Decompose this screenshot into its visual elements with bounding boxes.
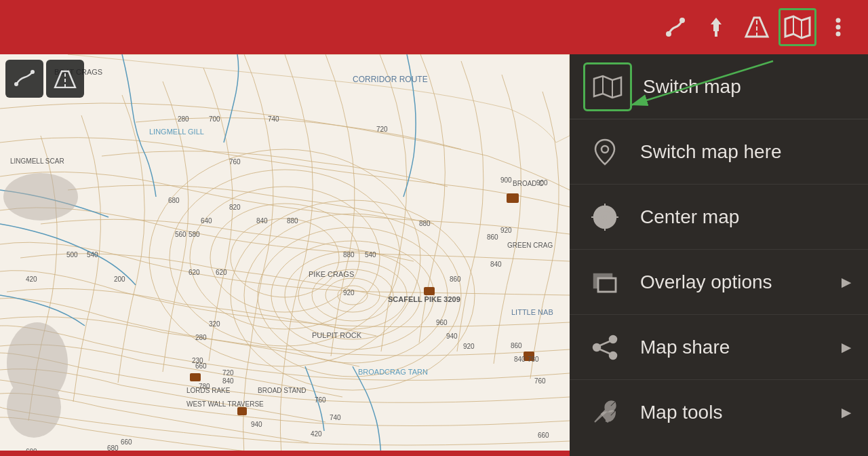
road-overlay-btn[interactable]: [46, 60, 84, 98]
label-broadcrag-tarn: BROADCRAG TARN: [358, 368, 428, 376]
bottom-bar: [0, 451, 570, 456]
road-icon-btn[interactable]: [738, 8, 776, 46]
contour-560: 560: [175, 231, 186, 238]
more-icon-btn[interactable]: [819, 8, 857, 46]
overlay-options-arrow: ►: [838, 273, 854, 292]
label-pulpit: PULPIT ROCK: [312, 331, 361, 339]
contour-840-4: 840: [222, 377, 234, 385]
svg-point-8: [836, 18, 841, 23]
contour-660-1: 660: [195, 362, 207, 370]
svg-point-44: [601, 146, 608, 153]
label-west-wall: WEST WALL TRAVERSE: [186, 400, 264, 408]
contour-840-2: 840: [490, 261, 502, 268]
contour-540: 540: [87, 251, 98, 259]
svg-point-35: [14, 82, 18, 86]
contour-900-1: 900: [500, 176, 512, 184]
label-broad-stand: BROAD STAND: [258, 387, 307, 394]
contour-720-2: 720: [222, 369, 234, 377]
contour-780-2: 780: [199, 383, 210, 390]
map-tools-arrow: ►: [838, 403, 854, 422]
contour-900-2: 900: [536, 179, 548, 187]
contour-880-1: 880: [287, 217, 298, 225]
svg-rect-53: [598, 278, 616, 292]
svg-rect-2: [715, 31, 717, 37]
contour-700: 700: [209, 115, 220, 123]
contour-840-3: 840: [514, 356, 526, 363]
contour-540-2: 540: [365, 251, 376, 259]
contour-840-1: 840: [256, 217, 268, 225]
overlay-options-label: Overlay options: [640, 271, 833, 293]
route-overlay-btn[interactable]: [5, 60, 43, 98]
map-icon-btn[interactable]: [778, 8, 816, 46]
contour-940-2: 940: [251, 421, 262, 428]
contour-420: 420: [26, 276, 37, 283]
switch-map-here-item[interactable]: Switch map here: [570, 119, 868, 185]
label-lingmell-gill: LINGMELL GILL: [149, 128, 204, 136]
contour-920-1: 920: [500, 227, 512, 234]
map-share-arrow: ►: [838, 338, 854, 357]
map-tools-item[interactable]: Map tools ►: [570, 380, 868, 445]
svg-point-56: [593, 344, 600, 351]
map-overlay-buttons: [5, 60, 84, 98]
center-map-icon: [583, 195, 627, 239]
svg-point-1: [679, 18, 685, 23]
map-tools-label: Map tools: [640, 402, 833, 423]
contour-880-2: 880: [419, 220, 431, 227]
switch-map-here-label: Switch map here: [640, 141, 854, 163]
map-share-item[interactable]: Map share ►: [570, 315, 868, 380]
center-map-item[interactable]: Center map: [570, 185, 868, 250]
contour-860-2: 860: [450, 276, 461, 283]
contour-940: 940: [446, 332, 458, 340]
switch-map-icon: [583, 62, 632, 111]
label-little-nab: LITTLE NAB: [511, 308, 553, 316]
contour-820: 820: [229, 204, 241, 211]
map-share-icon: [583, 326, 627, 369]
svg-rect-11: [0, 54, 570, 456]
contour-500: 500: [66, 251, 78, 259]
map-area[interactable]: BOAT CRAGS CORRIDOR ROUTE LINGMELL GILL …: [0, 54, 570, 456]
svg-point-10: [836, 32, 841, 37]
svg-rect-29: [507, 193, 519, 203]
svg-point-0: [666, 31, 671, 37]
pin-icon-btn[interactable]: [697, 8, 735, 46]
route-icon-btn[interactable]: [656, 8, 694, 46]
svg-point-26: [3, 173, 78, 221]
top-bar: [0, 0, 868, 54]
contour-720-1: 720: [376, 126, 388, 133]
overlay-options-item[interactable]: Overlay options ►: [570, 250, 868, 315]
contour-280-2: 280: [195, 334, 207, 341]
svg-rect-32: [190, 373, 201, 381]
center-map-label: Center map: [640, 206, 854, 228]
contour-760-2: 760: [315, 396, 326, 404]
svg-rect-30: [424, 287, 435, 295]
contour-200: 200: [114, 276, 125, 283]
svg-line-59: [600, 349, 610, 354]
contour-860-3: 860: [511, 342, 522, 349]
contour-660-3: 660: [121, 438, 132, 446]
contour-960: 960: [436, 319, 448, 326]
contour-740-2: 740: [330, 414, 341, 421]
right-panel: Switch map Switch map here Center map: [570, 54, 868, 456]
label-pike-crags: PIKE CRAGS: [309, 270, 354, 278]
switch-map-here-icon: [583, 130, 627, 174]
contour-320: 320: [209, 320, 220, 328]
label-green-crag: GREEN CRAG: [507, 242, 553, 249]
contour-620-1: 620: [189, 269, 200, 276]
contour-680: 680: [168, 197, 180, 204]
switch-map-item[interactable]: Switch map: [570, 54, 868, 119]
svg-point-28: [7, 377, 61, 438]
contour-760: 760: [229, 158, 241, 166]
switch-map-label: Switch map: [643, 76, 854, 98]
contour-740: 740: [268, 115, 279, 123]
contour-660-2: 660: [538, 432, 549, 439]
contour-620-2: 620: [216, 269, 227, 276]
contour-640: 640: [201, 217, 212, 225]
contour-760: 760: [534, 377, 546, 385]
label-lingmell-scar: LINGMELL SCAR: [10, 157, 64, 165]
label-scafell: SCAFELL PIKE 3209: [388, 295, 460, 303]
contour-780: 780: [528, 356, 539, 363]
contour-920-3: 920: [463, 343, 475, 350]
contour-580: 580: [189, 231, 200, 238]
svg-point-55: [610, 336, 616, 343]
label-corridor-route: CORRIDOR ROUTE: [353, 75, 428, 84]
